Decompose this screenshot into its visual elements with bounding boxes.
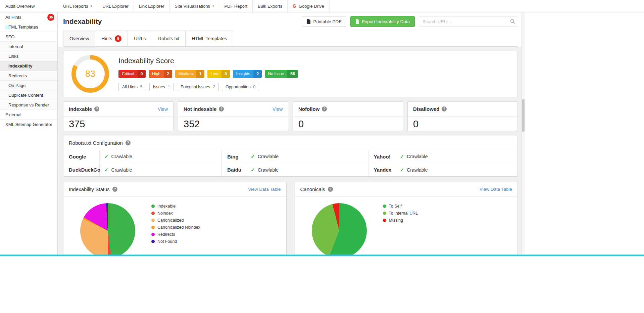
tabbar-spacer	[233, 31, 518, 46]
canonicals-card: Canonicals ? View Data Table To Self To …	[295, 182, 518, 255]
tab-overview[interactable]: Overview	[63, 31, 95, 46]
engine-duckduckgo: DuckDuckGo	[63, 163, 100, 176]
nav-url-explorer[interactable]: URL Explorer	[97, 0, 134, 12]
legend-dot	[151, 240, 155, 243]
legend-label: Canonicalized	[157, 218, 184, 223]
help-icon[interactable]: ?	[442, 106, 447, 111]
vertical-scrollbar[interactable]	[522, 12, 525, 255]
audit-overview-brand[interactable]: Audit Overview	[0, 0, 58, 12]
legend-dot	[151, 219, 155, 222]
nav-url-reports[interactable]: URL Reports ▾	[58, 0, 97, 12]
severity-count: 0	[221, 70, 230, 78]
search-box	[419, 16, 518, 27]
filter-all-hints[interactable]: All Hints 5	[118, 83, 146, 91]
severity-badge-critical[interactable]: Critical 0	[118, 70, 146, 78]
sidebar-item-duplicate-content[interactable]: Duplicate Content	[0, 90, 57, 100]
severity-badge-low[interactable]: Low 0	[207, 70, 230, 78]
export-button[interactable]: Export Indexability Data	[350, 16, 415, 27]
filter-count: 5	[140, 83, 146, 91]
nav-bulk-exports[interactable]: Bulk Exports	[252, 0, 287, 12]
severity-count: 2	[253, 70, 262, 78]
robots-table: Google ✓ Crawlable Bing ✓ Crawlable Yaho…	[63, 150, 517, 176]
sidebar-item-on-page[interactable]: On Page	[0, 81, 57, 90]
help-icon[interactable]: ?	[328, 187, 333, 192]
help-icon[interactable]: ?	[94, 106, 99, 111]
sidebar-item-label: Redirects	[8, 73, 27, 78]
view-link[interactable]: View	[273, 106, 283, 112]
nav-label: PDF Report	[224, 4, 247, 9]
help-icon[interactable]: ?	[219, 106, 224, 111]
legend-label: To Internal URL	[389, 211, 418, 216]
check-icon: ✓	[400, 167, 404, 173]
hints-count-badge: 36	[47, 14, 54, 21]
help-icon[interactable]: ?	[112, 187, 117, 192]
tab-label: Robots.txt	[158, 36, 179, 41]
chevron-down-icon: ▾	[212, 4, 214, 8]
tab-robots-txt[interactable]: Robots.txt	[152, 31, 186, 46]
help-icon[interactable]: ?	[126, 140, 131, 145]
bottom-accent-bar	[0, 255, 644, 256]
view-data-table-link[interactable]: View Data Table	[480, 187, 512, 192]
sidebar-item-seo[interactable]: SEO	[0, 32, 57, 42]
filter-label: All Hints	[119, 83, 140, 91]
sidebar-item-redirects[interactable]: Redirects	[0, 71, 57, 81]
sidebar-item-label: All Hints	[5, 15, 21, 20]
legend-label: Canonicalized Noindex	[157, 225, 200, 230]
tab-label: HTML Templates	[192, 36, 227, 41]
filter-issues[interactable]: Issues 1	[149, 83, 174, 91]
search-input[interactable]	[419, 16, 518, 27]
printable-pdf-button[interactable]: Printable PDF	[302, 16, 346, 27]
help-icon[interactable]: ?	[322, 106, 327, 111]
indexability-score-donut: 83	[71, 55, 109, 93]
sidebar-item-xml-sitemap-generator[interactable]: XML Sitemap Generator	[0, 120, 57, 129]
nav-google-drive[interactable]: G Google Drive	[287, 0, 330, 12]
indexability-status-card: Indexability Status ? View Data Table In…	[63, 182, 287, 255]
filter-label: Opportunities	[222, 83, 253, 91]
severity-badge-medium[interactable]: Medium 1	[175, 70, 204, 78]
severity-badge-insights[interactable]: Insights 2	[233, 70, 262, 78]
sidebar-item-external[interactable]: External	[0, 110, 57, 120]
severity-label: Medium	[175, 70, 196, 78]
legend-item: Missing	[383, 218, 418, 223]
sidebar-item-label: SEO	[5, 34, 14, 39]
filter-opportunities[interactable]: Opportunities 0	[222, 83, 259, 91]
stat-value: 0	[293, 117, 403, 132]
app-window: Audit Overview URL Reports ▾ URL Explore…	[0, 0, 644, 255]
severity-badge-row: Critical 0 High 2 Medium 1	[118, 70, 298, 78]
severity-count: 2	[164, 70, 172, 78]
engine-yahoo: Yahoo!	[368, 150, 395, 163]
sidebar-item-response-vs-render[interactable]: Response vs Render	[0, 100, 57, 110]
sidebar: All Hints 36 HTML Templates SEO Internal…	[0, 12, 58, 255]
indexability-status-pie[interactable]	[80, 203, 135, 255]
status-baidu: ✓ Crawlable	[246, 163, 368, 176]
severity-badge-no-issue[interactable]: No Issue 56	[265, 70, 298, 78]
sidebar-item-internal[interactable]: Internal	[0, 42, 57, 51]
canonicals-pie[interactable]	[312, 203, 367, 255]
view-link[interactable]: View	[158, 106, 168, 112]
stat-card-nofollow: Nofollow ? 0	[293, 101, 403, 131]
sidebar-item-links[interactable]: Links	[0, 51, 57, 61]
search-icon[interactable]	[510, 19, 515, 25]
tab-html-templates[interactable]: HTML Templates	[186, 31, 233, 46]
engine-bing: Bing	[222, 150, 246, 163]
filter-label: Issues	[150, 83, 168, 91]
severity-badge-high[interactable]: High 2	[149, 70, 172, 78]
severity-count: 56	[287, 70, 298, 78]
status-label: Crawlable	[407, 154, 428, 159]
view-data-table-link[interactable]: View Data Table	[248, 187, 281, 192]
legend-item: Redirects	[151, 232, 200, 237]
severity-label: Low	[207, 70, 221, 78]
tab-hints[interactable]: Hints 5	[95, 31, 128, 46]
filter-potential-issues[interactable]: Potential Issues 2	[177, 83, 219, 91]
indexability-score-value: 83	[85, 69, 95, 79]
nav-site-visualisations[interactable]: Site Visualisations ▾	[169, 0, 219, 12]
sidebar-item-all-hints[interactable]: All Hints 36	[0, 12, 57, 22]
filter-count: 1	[168, 83, 174, 91]
sidebar-item-html-templates[interactable]: HTML Templates	[0, 22, 57, 32]
sidebar-item-label: External	[5, 112, 21, 117]
nav-link-explorer[interactable]: Link Explorer	[134, 0, 169, 12]
tab-urls[interactable]: URLs	[128, 31, 152, 46]
nav-pdf-report[interactable]: PDF Report	[219, 0, 252, 12]
scrollbar-thumb[interactable]	[522, 99, 525, 132]
sidebar-item-indexability[interactable]: Indexability	[0, 61, 57, 71]
